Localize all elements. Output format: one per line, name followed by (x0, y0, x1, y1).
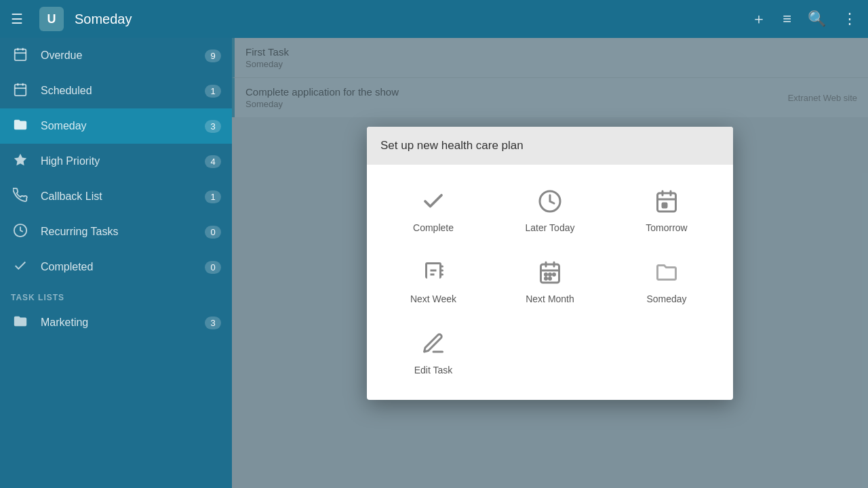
calendar-check-icon (11, 82, 30, 100)
someday-folder-icon (654, 260, 679, 288)
later-today-label: Later Today (526, 222, 575, 233)
sidebar-badge-callback-list: 1 (205, 190, 221, 203)
search-icon[interactable]: 🔍 (808, 10, 826, 28)
action-modal: Set up new health care plan Complete (367, 127, 733, 400)
sidebar-item-completed[interactable]: Completed 0 (0, 249, 232, 285)
later-today-icon (538, 189, 562, 217)
edit-task-label: Edit Task (414, 365, 453, 375)
sidebar-badge-scheduled: 1 (205, 85, 221, 98)
modal-action-next-week[interactable]: Next Week (378, 249, 489, 315)
complete-icon (421, 189, 446, 217)
star-icon (11, 152, 30, 171)
tomorrow-label: Tomorrow (646, 222, 687, 233)
sidebar-badge-high-priority: 4 (205, 155, 221, 168)
sidebar-item-scheduled[interactable]: Scheduled 1 (0, 73, 232, 108)
svg-point-27 (553, 273, 555, 275)
svg-rect-15 (663, 203, 667, 207)
folder-icon (11, 117, 30, 136)
menu-icon[interactable]: ☰ (11, 11, 23, 27)
app-logo: U (39, 7, 64, 31)
edit-task-icon (421, 331, 446, 359)
modal-overlay: Set up new health care plan Complete (232, 38, 868, 488)
task-lists-section: TASK LISTS (0, 285, 232, 305)
modal-action-tomorrow[interactable]: Tomorrow (611, 178, 722, 244)
sidebar-badge-recurring-tasks: 0 (205, 226, 221, 239)
svg-point-28 (545, 277, 547, 279)
someday-label: Someday (646, 293, 686, 304)
sidebar-label-high-priority: High Priority (41, 155, 205, 167)
modal-body: Complete Later Today Tomor (367, 165, 733, 400)
next-week-label: Next Week (410, 293, 456, 304)
sidebar-badge-marketing: 3 (205, 317, 221, 329)
next-month-icon (538, 260, 562, 288)
filter-icon[interactable]: ≡ (783, 10, 791, 28)
sidebar-label-marketing: Marketing (41, 317, 205, 329)
svg-point-26 (549, 273, 551, 275)
sidebar-label-overdue: Overdue (41, 49, 205, 62)
clock-icon (11, 223, 30, 241)
modal-title: Set up new health care plan (367, 127, 733, 165)
add-icon[interactable]: ＋ (751, 9, 766, 29)
svg-rect-4 (15, 84, 26, 96)
sidebar-label-scheduled: Scheduled (41, 85, 205, 97)
tomorrow-icon (654, 189, 679, 217)
header-actions: ＋ ≡ 🔍 ⋮ (751, 9, 857, 29)
check-icon (11, 258, 30, 277)
svg-rect-0 (15, 49, 26, 60)
sidebar-item-callback-list[interactable]: Callback List 1 (0, 179, 232, 214)
header-title: Someday (75, 12, 741, 27)
modal-action-later-today[interactable]: Later Today (494, 178, 606, 244)
complete-label: Complete (413, 222, 454, 233)
content-area: First Task Someday Complete application … (232, 38, 868, 488)
sidebar-badge-someday: 3 (205, 120, 221, 133)
sidebar-item-high-priority[interactable]: High Priority 4 (0, 144, 232, 179)
main-layout: Overdue 9 Scheduled 1 Someday 3 High Pri… (0, 38, 868, 488)
sidebar-label-recurring-tasks: Recurring Tasks (41, 226, 205, 238)
sidebar-label-someday: Someday (41, 120, 205, 132)
svg-rect-11 (658, 193, 676, 211)
sidebar: Overdue 9 Scheduled 1 Someday 3 High Pri… (0, 38, 232, 488)
app-header: ☰ U Someday ＋ ≡ 🔍 ⋮ (0, 0, 868, 38)
calendar-icon (11, 47, 30, 65)
phone-icon (11, 188, 30, 206)
sidebar-badge-overdue: 9 (205, 49, 221, 62)
next-month-label: Next Month (526, 293, 574, 304)
modal-action-someday[interactable]: Someday (611, 249, 722, 315)
svg-point-29 (549, 277, 551, 279)
modal-action-edit-task[interactable]: Edit Task (378, 321, 489, 386)
sidebar-label-callback-list: Callback List (41, 190, 205, 203)
more-icon[interactable]: ⋮ (842, 10, 857, 28)
svg-marker-8 (14, 153, 26, 165)
sidebar-label-completed: Completed (41, 261, 205, 273)
next-week-icon (421, 260, 446, 288)
modal-action-next-month[interactable]: Next Month (494, 249, 606, 315)
sidebar-item-someday[interactable]: Someday 3 (0, 108, 232, 144)
sidebar-badge-completed: 0 (205, 261, 221, 274)
folder-marketing-icon (11, 314, 30, 332)
modal-action-complete[interactable]: Complete (378, 178, 489, 244)
svg-point-25 (545, 273, 547, 275)
sidebar-item-recurring-tasks[interactable]: Recurring Tasks 0 (0, 214, 232, 249)
sidebar-item-overdue[interactable]: Overdue 9 (0, 38, 232, 73)
sidebar-item-marketing[interactable]: Marketing 3 (0, 305, 232, 340)
